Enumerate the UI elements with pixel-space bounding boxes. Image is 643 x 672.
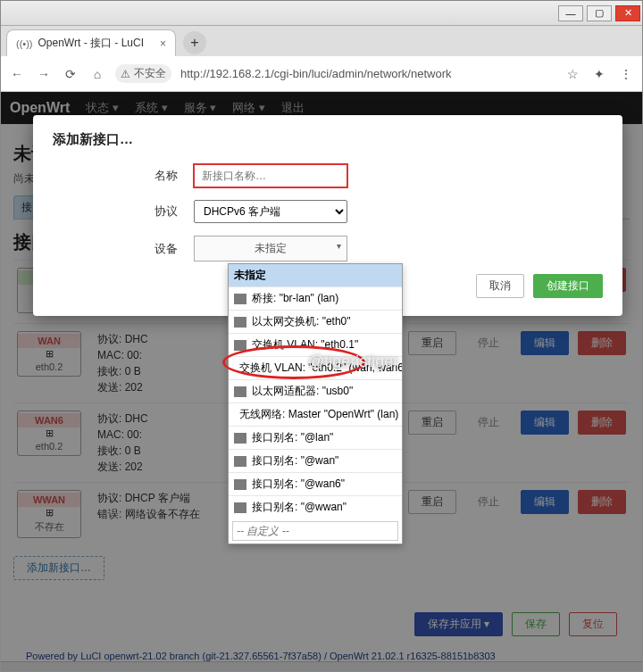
tab-favicon: ((•)) (16, 38, 33, 49)
label-protocol: 协议 (53, 203, 194, 220)
device-option-label: 无线网络: Master "OpenWrt" (lan) (239, 407, 398, 422)
security-badge[interactable]: ⚠ 不安全 (115, 64, 171, 83)
window-max-button[interactable]: ▢ (587, 5, 612, 21)
cancel-button[interactable]: 取消 (476, 274, 524, 298)
device-option-label: 桥接: "br-lan" (lan) (252, 291, 338, 306)
device-icon (234, 386, 246, 397)
name-input[interactable] (194, 164, 347, 187)
device-icon (234, 340, 246, 351)
window-min-button[interactable]: — (558, 5, 583, 21)
reload-button[interactable]: ⟳ (62, 67, 79, 81)
add-interface-modal: 添加新接口… 名称 协议 DHCPv6 客户端 设备 未指定 取消 创建接口 未… (33, 115, 622, 316)
device-icon (234, 433, 246, 444)
device-option[interactable]: 接口别名: "@lan" (229, 426, 402, 449)
device-option[interactable]: 交换机 VLAN: "eth0.2" (wan, wan6) (229, 356, 402, 379)
dropdown-group-unspecified[interactable]: 未指定 (229, 264, 402, 286)
device-option[interactable]: 交换机 VLAN: "eth0.1" (229, 333, 402, 356)
browser-tabstrip: ((•)) OpenWrt - 接口 - LuCI × + (1, 26, 642, 56)
new-tab-button[interactable]: + (183, 31, 206, 54)
device-icon (234, 317, 246, 328)
protocol-select[interactable]: DHCPv6 客户端 (194, 200, 347, 223)
dropdown-custom-input[interactable] (232, 521, 398, 541)
home-button[interactable]: ⌂ (88, 67, 106, 81)
device-option[interactable]: 桥接: "br-lan" (lan) (229, 286, 402, 310)
device-option-label: 交换机 VLAN: "eth0.1" (252, 337, 358, 353)
device-option-label: 以太网适配器: "usb0" (252, 384, 353, 399)
warning-icon: ⚠ (121, 68, 130, 80)
device-option-label: 接口别名: "@wan6" (252, 477, 345, 492)
modal-title: 添加新接口… (53, 131, 603, 148)
page-viewport: OpenWrt 状态 ▾ 系统 ▾ 服务 ▾ 网络 ▾ 退出 未设 尚未 接口 … (1, 92, 642, 672)
create-interface-button[interactable]: 创建接口 (533, 274, 603, 298)
device-option[interactable]: 接口别名: "@wan" (229, 449, 402, 472)
device-option[interactable]: 以太网适配器: "usb0" (229, 379, 402, 402)
extensions-icon[interactable]: ✦ (590, 67, 608, 81)
window-titlebar: — ▢ ✕ (1, 1, 642, 26)
device-icon (234, 294, 246, 304)
tab-title: OpenWrt - 接口 - LuCI (38, 36, 144, 51)
dropdown-custom-row (229, 519, 402, 543)
window-close-button[interactable]: ✕ (615, 5, 640, 21)
label-name: 名称 (53, 168, 194, 184)
back-button[interactable]: ← (8, 67, 26, 81)
device-icon (234, 502, 246, 513)
device-option-label: 接口别名: "@lan" (252, 430, 333, 445)
device-icon (234, 479, 246, 490)
bookmark-star-icon[interactable]: ☆ (564, 67, 581, 81)
device-select-button[interactable]: 未指定 (194, 236, 347, 261)
device-dropdown: 未指定 桥接: "br-lan" (lan)以太网交换机: "eth0"交换机 … (228, 263, 403, 544)
device-option-label: 接口别名: "@wan" (252, 453, 338, 469)
browser-toolbar: ← → ⟳ ⌂ ⚠ 不安全 http://192.168.2.1/cgi-bin… (1, 56, 642, 92)
device-option-label: 交换机 VLAN: "eth0.2" (wan, wan6) (239, 361, 402, 376)
browser-tab[interactable]: ((•)) OpenWrt - 接口 - LuCI × (6, 29, 176, 56)
device-option[interactable]: 接口别名: "@wan6" (229, 472, 402, 495)
tab-close-icon[interactable]: × (160, 37, 166, 50)
forward-button[interactable]: → (35, 67, 53, 81)
device-option-label: 接口别名: "@wwan" (252, 500, 347, 515)
device-option[interactable]: 无线网络: Master "OpenWrt" (lan) (229, 402, 402, 426)
device-option[interactable]: 接口别名: "@wwan" (229, 495, 402, 519)
menu-icon[interactable]: ⋮ (617, 67, 635, 81)
label-device: 设备 (53, 241, 194, 257)
insecure-label: 不安全 (134, 66, 166, 81)
device-icon (234, 456, 246, 467)
device-option-label: 以太网交换机: "eth0" (252, 314, 351, 329)
device-option[interactable]: 以太网交换机: "eth0" (229, 310, 402, 333)
address-bar[interactable]: http://192.168.2.1/cgi-bin/luci/admin/ne… (180, 67, 555, 80)
